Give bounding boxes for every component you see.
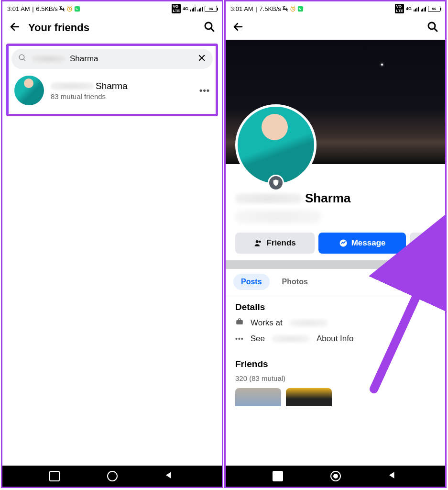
message-button[interactable]: Message — [318, 233, 406, 254]
status-time: 3:01 AM — [7, 5, 30, 12]
profile-tabs: Posts Photos — [226, 269, 445, 295]
more-icon[interactable]: ••• — [199, 86, 210, 96]
moon-dot — [381, 64, 383, 66]
status-bar: 3:01 AM | 6.5KB/s VOLTE 4G 96 — [2, 1, 222, 16]
search-query-text: Sharma — [70, 54, 98, 64]
volte-icon: VOLTE — [395, 4, 404, 13]
friend-thumb[interactable] — [235, 388, 281, 406]
search-glass-icon — [18, 54, 27, 64]
friends-section: Friends 320 (83 mutual) — [226, 352, 445, 406]
nav-recent-icon[interactable] — [49, 471, 60, 481]
page-title: Your friends — [28, 22, 196, 34]
avatar — [14, 76, 44, 105]
whatsapp-icon — [74, 5, 81, 12]
signal-icon-2 — [421, 6, 426, 11]
redacted-text — [51, 82, 94, 90]
app-header — [226, 16, 445, 40]
section-divider — [226, 260, 445, 269]
search-icon[interactable] — [204, 21, 215, 34]
svg-rect-10 — [236, 320, 243, 324]
mute-icon — [58, 5, 66, 12]
status-netspeed: 7.5KB/s — [259, 5, 281, 12]
friends-button[interactable]: Friends — [235, 233, 315, 254]
mutual-friends-text: 83 mutual friends — [51, 92, 128, 100]
nav-back-icon[interactable] — [388, 471, 398, 481]
details-title: Details — [235, 302, 436, 312]
result-name: Sharma — [96, 81, 128, 91]
message-button-label: Message — [351, 238, 386, 248]
android-navbar — [2, 466, 222, 487]
volte-icon: VOLTE — [172, 4, 181, 13]
svg-point-7 — [256, 240, 259, 243]
redacted-text — [32, 55, 65, 63]
battery-icon: 96 — [205, 6, 217, 12]
search-result-row[interactable]: Sharma 83 mutual friends ••• — [11, 69, 213, 105]
battery-icon: 96 — [428, 6, 440, 12]
status-netspeed: 6.5KB/s — [36, 5, 58, 12]
more-button[interactable]: ••• — [410, 233, 436, 254]
signal-icon — [190, 6, 196, 11]
svg-rect-1 — [75, 6, 80, 11]
search-icon[interactable] — [427, 21, 438, 34]
tab-photos[interactable]: Photos — [274, 274, 316, 290]
see-about-row[interactable]: ••• See About Info — [235, 334, 436, 344]
back-icon[interactable] — [232, 21, 244, 34]
redacted-text — [289, 319, 328, 327]
friends-count: 320 (83 mutual) — [235, 374, 436, 382]
shield-icon — [268, 175, 284, 191]
search-input[interactable]: Sharma — [11, 49, 213, 69]
friend-thumb[interactable] — [286, 388, 332, 406]
phone-right: 3:01 AM | 7.5KB/s VOLTE 4G 96 Sh — [224, 0, 447, 488]
alarm-icon — [289, 5, 296, 12]
mute-icon — [282, 5, 289, 12]
alarm-icon — [66, 5, 73, 12]
ellipsis-icon: ••• — [235, 335, 244, 343]
signal-icon-2 — [197, 6, 203, 11]
friends-title: Friends — [235, 359, 436, 369]
status-time: 3:01 AM — [230, 5, 253, 12]
nav-home-icon[interactable] — [107, 471, 118, 481]
details-section: Details Works at ••• See About Info — [226, 295, 445, 352]
back-icon[interactable] — [9, 21, 21, 34]
redacted-text — [272, 335, 310, 343]
briefcase-icon — [235, 317, 244, 328]
svg-point-8 — [259, 241, 262, 243]
profile-picture[interactable] — [235, 104, 317, 186]
svg-rect-5 — [298, 6, 303, 11]
highlight-annotation: Sharma Sharma 83 mutual friends ••• — [6, 44, 218, 116]
tab-posts[interactable]: Posts — [233, 274, 270, 290]
signal-icon — [414, 6, 419, 11]
svg-point-3 — [19, 55, 24, 60]
redacted-text — [235, 210, 321, 224]
redacted-text — [235, 193, 302, 204]
phone-left: 3:01 AM | 6.5KB/s VOLTE 4G 96 Your frien… — [1, 0, 223, 488]
app-header: Your friends — [2, 16, 222, 40]
android-navbar — [226, 466, 445, 487]
friends-button-label: Friends — [266, 238, 295, 248]
nav-home-icon[interactable] — [330, 471, 341, 481]
nav-back-icon[interactable] — [164, 471, 175, 481]
net-4g: 4G — [183, 6, 188, 11]
whatsapp-icon — [297, 5, 304, 12]
clear-icon[interactable] — [197, 54, 206, 64]
status-bar: 3:01 AM | 7.5KB/s VOLTE 4G 96 — [226, 1, 445, 16]
nav-recent-icon[interactable] — [273, 471, 283, 481]
works-at-row[interactable]: Works at — [235, 317, 436, 328]
net-4g: 4G — [406, 6, 412, 11]
profile-name: Sharma — [305, 191, 350, 206]
